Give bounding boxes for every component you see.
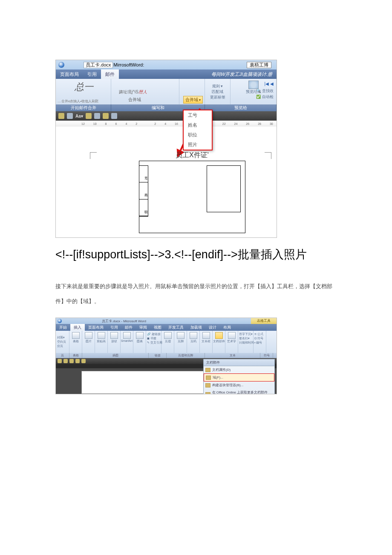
ribbon-button-icon[interactable] [228, 332, 236, 339]
qat-icon[interactable] [103, 113, 109, 119]
insert-merge-field-dropdown[interactable]: 合并域 [183, 96, 203, 104]
qat-icon[interactable] [81, 359, 86, 363]
ribbon-group: 图表 [133, 331, 146, 353]
ribbon-button-icon[interactable] [202, 332, 210, 339]
auto-check-button[interactable]: ✅ 自动检 [256, 94, 274, 100]
merge-field-label: 合并域 [128, 97, 141, 103]
qat-icon[interactable] [94, 113, 100, 119]
ribbon-group: 文档部件 [213, 331, 225, 353]
ribbon-group: 页码 [187, 331, 200, 353]
match-fields-button[interactable]: 匹配域 [212, 89, 223, 95]
ribbon: 总一 ....金并e农抽人•牧他人刷慰 踌址境j^iS暦人 合并域 合并域 规则… [56, 79, 277, 104]
dropdown-item[interactable]: 照片 [184, 140, 212, 150]
ribbon-tab[interactable]: 页面布局 [85, 324, 107, 331]
qat-icon[interactable] [69, 359, 74, 363]
quick-parts-dropdown-menu: 文档部件文档属性(D)域(F)...构建基块管理器(B)...在 Office … [203, 359, 275, 394]
office-orb-icon [58, 62, 64, 68]
card-photo-placeholder[interactable] [207, 165, 241, 212]
ribbon-tab[interactable]: 邮件 [121, 324, 136, 331]
rules-button[interactable]: 规则 ▾ [212, 84, 223, 89]
titlebar: 员工卡.docx - Microsoft Word 表格工具 [56, 318, 277, 324]
ribbon-button-icon[interactable] [136, 332, 144, 339]
qat-icon[interactable] [58, 359, 62, 363]
group-label-start: 开始邮件合并 [56, 104, 111, 111]
menu-item[interactable]: 在 Office Online 上获取更多文档部件(G)... [204, 389, 274, 394]
qat-icon[interactable] [58, 113, 64, 119]
office-orb-icon [58, 319, 62, 323]
ribbon-tab[interactable]: 布局 [220, 324, 234, 331]
record-nav-arrows[interactable]: |◀ ◀ [265, 81, 274, 86]
group-big-label: 总一 [75, 81, 93, 93]
ribbon-group: 剪贴画 [95, 331, 108, 353]
tab-layout[interactable]: 页面布局 [56, 69, 83, 79]
dropdown-item[interactable]: 姓名 [184, 120, 212, 130]
ribbon-button-icon[interactable] [123, 332, 131, 339]
ribbon-group: 页眉 [161, 331, 174, 353]
ribbon-button-icon[interactable] [164, 332, 172, 339]
ribbon-tabs: 开始插入页面布局引用邮件审阅视图开发工具加载项设计布局 [56, 324, 277, 331]
find-recipient-button[interactable]: 🔍 查找收 [256, 88, 274, 94]
menu-item[interactable]: 构建基块管理器(B)... [204, 382, 274, 389]
contextual-tab-label: 表格工具 [251, 318, 277, 324]
heading-text: 批量插入照片 [238, 248, 307, 261]
ribbon-tab[interactable]: 开发工具 [165, 324, 187, 331]
qat-icon[interactable] [75, 359, 80, 363]
section-heading: <!--[if!supportLists]-->3.<!--[endif]-->… [55, 247, 337, 262]
ribbon-tab[interactable]: 引用 [107, 324, 121, 331]
ribbon-group-rules: 规则 ▾ 匹配域 更新标签 [205, 79, 231, 104]
ribbon-tab[interactable]: 加载项 [187, 324, 205, 331]
crop-mark-icon [265, 152, 271, 159]
ribbon-button-icon[interactable] [215, 332, 223, 339]
ribbon-tab[interactable]: 审阅 [136, 324, 150, 331]
ribbon-button-icon[interactable] [72, 332, 80, 339]
ribbon-tab[interactable]: 开始 [56, 324, 70, 331]
document-canvas: 工号姓名职位照片 员工X件证' 工号姓名职位 [56, 127, 277, 237]
menu-item[interactable]: 文档属性(D) [204, 366, 274, 373]
ribbon-group: 文本框 [200, 331, 213, 353]
ribbon-group: 表格 [69, 331, 82, 353]
document-name: 员工卡.docx [84, 62, 113, 68]
ribbon-group-write: 踌址境j^iS暦人 合并域 [111, 79, 179, 104]
ribbon-group-start: 总一 ....金并e农抽人•牧他人刷慰 [56, 79, 111, 104]
corner-badge: 袁梧工博 [247, 62, 271, 68]
tab-references[interactable]: 引用 [83, 69, 101, 79]
ribbon-tab[interactable]: 设计 [205, 324, 220, 331]
qat-text: Aa▾ [75, 114, 83, 119]
ribbon-button-icon[interactable] [98, 332, 105, 339]
group-tiny-label: ....金并e农抽人•牧他人刷慰 [58, 99, 98, 104]
ribbon-button-icon[interactable] [190, 332, 197, 339]
merge-field-dropdown-menu: 工号姓名职位照片 [183, 110, 213, 150]
menu-item[interactable]: 域(F)... [204, 373, 274, 382]
menu-item-icon [205, 392, 210, 394]
ribbon-button-icon[interactable] [177, 332, 184, 339]
card-title: 员工X件证' [176, 151, 209, 160]
ribbon-button-icon[interactable] [110, 332, 118, 339]
ribbon-group: 🔗 超链接◼ 书签✎ 交叉引用 [146, 331, 161, 353]
ribbon-group: π 公式Ω 符号• 编号 [254, 331, 266, 353]
qat-icon[interactable] [63, 359, 68, 363]
tab-mailings[interactable]: 邮件 [101, 69, 119, 79]
group-mid-label: 踌址境j^iS暦人 [119, 89, 147, 95]
qat-icon[interactable] [111, 113, 117, 119]
menu-item-icon [205, 383, 210, 387]
update-labels-button[interactable]: 更新标签 [210, 95, 225, 100]
ribbon-tab[interactable]: 视图 [150, 324, 165, 331]
preview-results-icon[interactable] [248, 81, 259, 89]
qat-icon[interactable] [67, 113, 73, 119]
brand-label: MirrosoftWord: [113, 62, 144, 67]
card-field-column: 工号姓名职位 [139, 165, 148, 217]
quick-access-toolbar: Aa▾ [56, 111, 277, 121]
dropdown-item[interactable]: 工号 [184, 110, 212, 120]
dropdown-item[interactable]: 职位 [184, 130, 212, 140]
body-paragraph: 接下来就是最重要的步骤就是导入照片。用鼠标单击预留的显示照片的位置，打开【插入】… [55, 279, 337, 309]
screenshot-word-insert: 员工卡.docx - Microsoft Word 表格工具 开始插入页面布局引… [55, 318, 277, 394]
ribbon-button-icon[interactable] [85, 332, 92, 339]
page [81, 371, 204, 394]
ruler: 1210864224168222426283032 [56, 121, 277, 127]
employee-card-template: 员工X件证' 工号姓名职位 [139, 161, 245, 233]
qat-icon[interactable] [86, 113, 92, 119]
ribbon-tab[interactable]: 插入 [70, 324, 85, 331]
screenshot-word-mailmerge: 员工卡.docx MirrosoftWord: 袁梧工博 页面布局 引用 邮件 … [55, 60, 277, 238]
ribbon-group: 艺术字 [225, 331, 238, 353]
titlebar: 员工卡.docx MirrosoftWord: 袁梧工博 [56, 60, 277, 69]
